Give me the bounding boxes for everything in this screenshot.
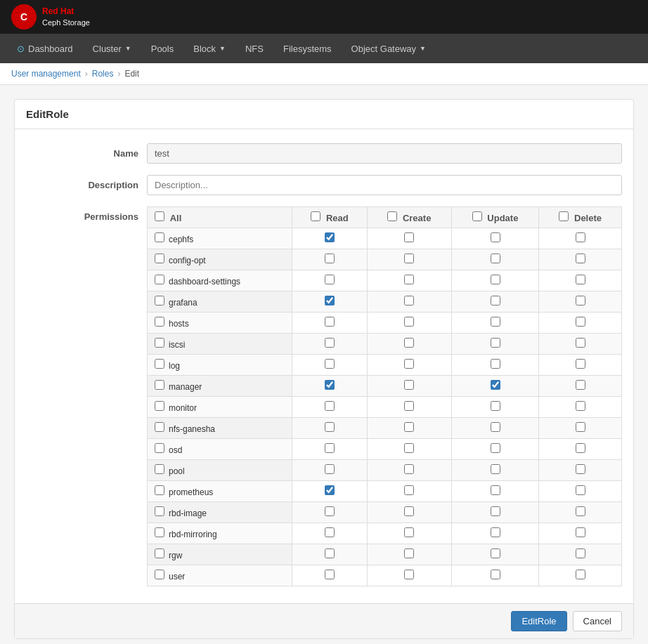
check-hosts-create[interactable] [404,317,414,327]
check-grafana-update[interactable] [491,296,500,305]
check-all-create[interactable] [387,211,397,221]
check-rbd-mirroring-create[interactable] [404,527,414,537]
check-user-delete[interactable] [576,570,585,579]
nav-filesystems[interactable]: Filesystems [275,38,340,60]
check-nfs-ganesha-update[interactable] [491,422,500,432]
check-user-create[interactable] [404,570,414,579]
check-hosts-delete[interactable] [576,317,585,327]
check-config-opt-delete[interactable] [576,254,585,263]
check-rbd-mirroring-update[interactable] [491,527,500,537]
check-log-read[interactable] [325,359,335,369]
check-manager-update[interactable] [491,380,500,390]
check-rbd-image-all[interactable] [155,506,164,516]
check-nfs-ganesha-read[interactable] [325,422,335,432]
check-manager-create[interactable] [404,380,414,390]
edit-role-button[interactable]: EditRole [511,611,566,631]
check-rgw-all[interactable] [155,548,164,558]
nav-dashboard[interactable]: ⊙ Dashboard [8,38,82,60]
check-log-all[interactable] [155,359,164,369]
check-monitor-update[interactable] [491,401,500,411]
check-prometheus-read[interactable] [325,485,335,495]
check-manager-all[interactable] [155,380,164,390]
check-prometheus-all[interactable] [155,485,164,495]
check-cephfs-all[interactable] [155,232,164,242]
check-prometheus-update[interactable] [491,485,500,495]
check-nfs-ganesha-delete[interactable] [576,422,585,432]
check-user-read[interactable] [325,570,335,579]
check-pool-all[interactable] [155,464,164,474]
check-dashboard-settings-create[interactable] [404,275,414,284]
check-grafana-create[interactable] [404,296,414,305]
check-dashboard-settings-all[interactable] [155,275,164,284]
check-dashboard-settings-read[interactable] [325,275,335,284]
check-rbd-mirroring-all[interactable] [155,527,164,537]
breadcrumb-roles[interactable]: Roles [92,69,114,79]
check-grafana-read[interactable] [325,296,335,305]
check-cephfs-read[interactable] [325,232,335,242]
check-grafana-delete[interactable] [576,296,585,305]
check-osd-read[interactable] [325,443,335,453]
check-iscsi-delete[interactable] [576,338,585,348]
check-rgw-create[interactable] [404,548,414,558]
check-all-delete[interactable] [559,211,569,221]
nav-pools[interactable]: Pools [143,38,183,60]
check-rbd-image-update[interactable] [491,506,500,516]
check-iscsi-all[interactable] [155,338,164,348]
check-nfs-ganesha-create[interactable] [404,422,414,432]
check-rbd-image-create[interactable] [404,506,414,516]
check-config-opt-update[interactable] [491,254,500,263]
name-input[interactable] [147,143,622,164]
check-manager-delete[interactable] [576,380,585,390]
nav-block[interactable]: Block ▼ [185,38,234,60]
breadcrumb-user-management[interactable]: User management [11,69,81,79]
check-rgw-read[interactable] [325,548,335,558]
check-log-update[interactable] [491,359,500,369]
check-osd-delete[interactable] [576,443,585,453]
check-osd-create[interactable] [404,443,414,453]
check-config-opt-read[interactable] [325,254,335,263]
check-iscsi-create[interactable] [404,338,414,348]
check-cephfs-create[interactable] [404,232,414,242]
check-prometheus-create[interactable] [404,485,414,495]
check-grafana-all[interactable] [155,296,164,305]
check-all-read[interactable] [311,211,320,221]
check-iscsi-read[interactable] [325,338,335,348]
check-monitor-delete[interactable] [576,401,585,411]
check-pool-delete[interactable] [576,464,585,474]
check-cephfs-delete[interactable] [576,232,585,242]
check-user-update[interactable] [491,570,500,579]
check-log-create[interactable] [404,359,414,369]
check-rbd-mirroring-delete[interactable] [576,527,585,537]
check-hosts-read[interactable] [325,317,335,327]
check-dashboard-settings-delete[interactable] [576,275,585,284]
check-nfs-ganesha-all[interactable] [155,422,164,432]
check-hosts-update[interactable] [491,317,500,327]
check-all-update[interactable] [472,211,482,221]
check-pool-read[interactable] [325,464,335,474]
check-rbd-image-read[interactable] [325,506,335,516]
nav-nfs[interactable]: NFS [237,38,272,60]
check-monitor-create[interactable] [404,401,414,411]
check-monitor-all[interactable] [155,401,164,411]
check-hosts-all[interactable] [155,317,164,327]
check-rgw-update[interactable] [491,548,500,558]
check-cephfs-update[interactable] [491,232,500,242]
check-iscsi-update[interactable] [491,338,500,348]
check-rbd-mirroring-read[interactable] [325,527,335,537]
check-pool-update[interactable] [491,464,500,474]
check-config-opt-create[interactable] [404,254,414,263]
check-osd-all[interactable] [155,443,164,453]
nav-object-gateway[interactable]: Object Gateway ▼ [343,38,434,60]
check-dashboard-settings-update[interactable] [491,275,500,284]
check-osd-update[interactable] [491,443,500,453]
check-prometheus-delete[interactable] [576,485,585,495]
nav-cluster[interactable]: Cluster ▼ [84,38,140,60]
check-pool-create[interactable] [404,464,414,474]
check-all-all[interactable] [155,211,164,221]
description-input[interactable] [147,175,622,195]
check-rbd-image-delete[interactable] [576,506,585,516]
check-manager-read[interactable] [325,380,335,390]
check-monitor-read[interactable] [325,401,335,411]
check-user-all[interactable] [155,570,164,579]
check-rgw-delete[interactable] [576,548,585,558]
